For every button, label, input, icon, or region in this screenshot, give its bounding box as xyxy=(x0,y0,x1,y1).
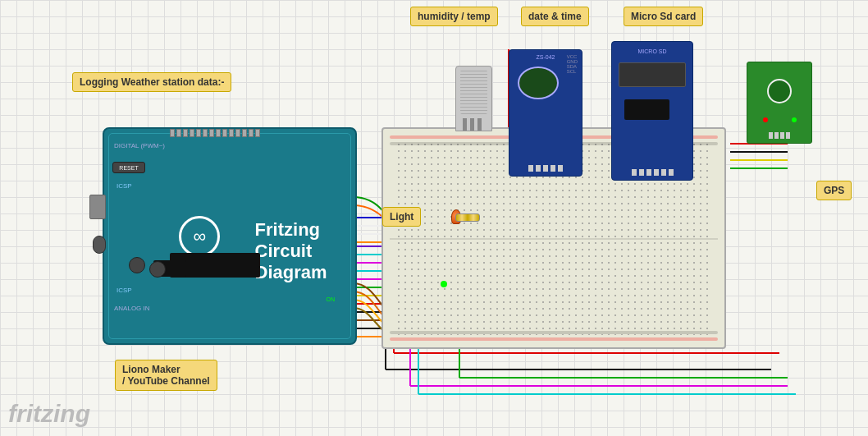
date-time-label: date & time xyxy=(521,7,589,26)
sd-ic xyxy=(624,99,669,120)
capacitor-1 xyxy=(129,257,145,273)
logging-label: Logging Weather station data:- xyxy=(72,72,231,92)
capacitor-2 xyxy=(149,261,166,278)
light-label: Light xyxy=(382,207,421,227)
sd-pin xyxy=(669,169,674,176)
rtc-pin xyxy=(528,165,533,172)
gps-led-red xyxy=(763,117,768,122)
negative-rail-bottom xyxy=(390,331,718,334)
pin xyxy=(183,129,188,137)
arduino-icsp2-label: ICSP xyxy=(116,287,132,294)
liono-label: Liono Maker/ YouTube Channel xyxy=(115,360,217,391)
sd-card-module: MICRO SD xyxy=(611,41,693,181)
gps-label: GPS xyxy=(816,181,852,200)
humidity-temp-label: humidity / temp xyxy=(410,7,498,26)
gps-pins xyxy=(747,132,811,139)
pin xyxy=(229,129,234,137)
usb-connector xyxy=(89,195,106,219)
arduino-digital-label: DIGITAL (PWM~) xyxy=(114,142,365,149)
pin xyxy=(190,129,194,137)
power-led xyxy=(441,281,447,287)
pin xyxy=(196,129,201,137)
rtc-pins xyxy=(509,165,582,172)
sd-pins xyxy=(612,169,692,176)
rtc-pin xyxy=(550,165,555,172)
rtc-pin xyxy=(558,165,563,172)
positive-rail-bottom xyxy=(390,337,718,341)
arduino-analog-label: ANALOG IN xyxy=(114,305,265,312)
pin xyxy=(176,129,181,137)
arduino-uno-label: Fritzing Circuit Diagram xyxy=(255,219,355,283)
rtc-pin-labels: VCCGNDSDASCL xyxy=(567,54,578,74)
pin xyxy=(255,129,260,137)
arduino-logo-circle xyxy=(179,216,220,257)
sd-label: MICRO SD xyxy=(616,48,688,54)
arduino-uno-board: Fritzing Circuit Diagram Arduino™ DIGITA… xyxy=(103,127,357,345)
gps-led-green xyxy=(792,117,797,122)
arduino-icsp-label: ICSP xyxy=(116,182,132,190)
fritzing-watermark: fritzing xyxy=(8,400,90,428)
sd-pin xyxy=(661,169,666,176)
dht-pin-2 xyxy=(470,118,474,131)
arduino-digital-pins xyxy=(170,129,331,139)
micro-sd-label: Micro Sd card xyxy=(624,7,703,26)
gps-pin xyxy=(780,132,784,139)
reset-button-label: RESET xyxy=(113,163,144,174)
dht-sensor xyxy=(455,66,492,131)
pin xyxy=(209,129,214,137)
rtc-battery xyxy=(518,67,559,99)
pin xyxy=(222,129,227,137)
gps-module xyxy=(747,62,812,144)
sd-pin xyxy=(639,169,644,176)
rtc-pin xyxy=(543,165,548,172)
rtc-pin xyxy=(536,165,541,172)
gps-pin xyxy=(786,132,790,139)
sd-pin xyxy=(632,169,637,176)
arduino-on-label: ON xyxy=(327,296,336,302)
rtc-module: ZS-042 VCCGNDSDASCL xyxy=(509,49,582,177)
pin xyxy=(242,129,247,137)
gps-leds xyxy=(752,117,807,122)
breadboard-divider xyxy=(390,238,718,240)
reset-button[interactable]: RESET xyxy=(112,162,145,173)
pin xyxy=(203,129,208,137)
gps-pin xyxy=(769,132,773,139)
dht-pin-1 xyxy=(463,118,467,131)
pin xyxy=(249,129,254,137)
sd-pin xyxy=(654,169,659,176)
sd-slot xyxy=(619,62,686,87)
sd-pin xyxy=(646,169,651,176)
resistor xyxy=(455,213,480,222)
pin xyxy=(235,129,240,137)
gps-pin xyxy=(774,132,779,139)
gps-antenna xyxy=(767,79,792,103)
pin xyxy=(170,129,175,137)
pin xyxy=(216,129,221,137)
dht-grid xyxy=(460,71,487,108)
power-jack xyxy=(93,236,106,254)
dht-pin-3 xyxy=(477,118,482,131)
